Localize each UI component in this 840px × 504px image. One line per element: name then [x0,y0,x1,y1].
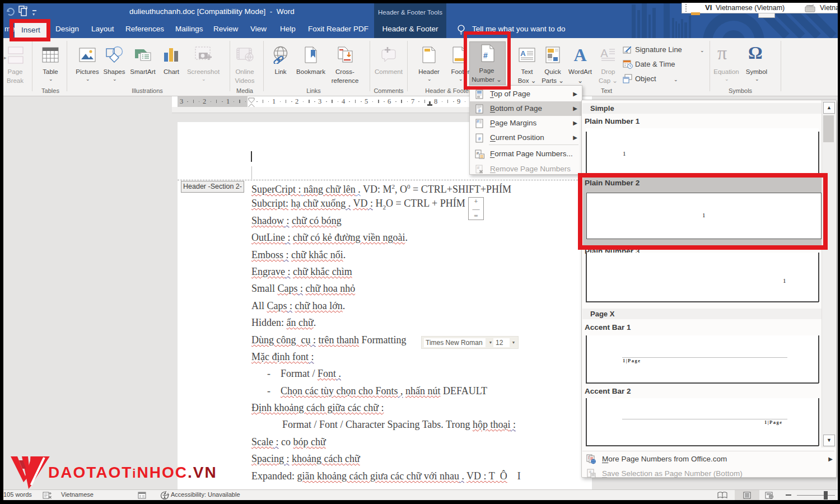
svg-text:A: A [573,46,586,64]
svg-text:#: # [477,151,479,156]
svg-text:A: A [520,49,526,58]
svg-text:A: A [600,47,608,59]
svg-text:#: # [477,165,480,170]
svg-text:#: # [478,136,481,142]
svg-text:#: # [478,108,481,114]
svg-text:#: # [477,119,479,124]
